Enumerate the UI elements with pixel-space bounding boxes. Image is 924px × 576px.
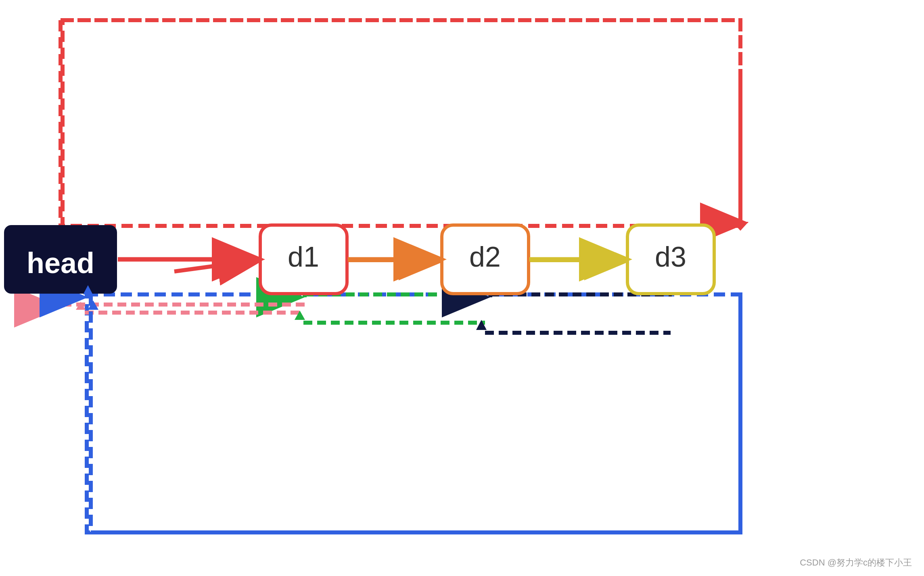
red-rect-top-right — [61, 20, 740, 225]
diagram: head d1 d2 d3 — [0, 0, 924, 576]
blue-rect-bottom — [91, 294, 740, 532]
head-node-label: head — [27, 247, 94, 279]
d3-node-label: d3 — [655, 241, 686, 273]
arrow-head-to-d1 — [174, 260, 257, 271]
d1-node-label: d1 — [288, 241, 319, 273]
red-dashed-rect — [63, 20, 740, 226]
watermark-text: CSDN @努力学c的楼下小王 — [800, 557, 912, 569]
dark-arrow-up-tip — [476, 320, 487, 330]
d2-node-label: d2 — [469, 241, 501, 273]
blue-dashed-rect — [87, 294, 740, 532]
